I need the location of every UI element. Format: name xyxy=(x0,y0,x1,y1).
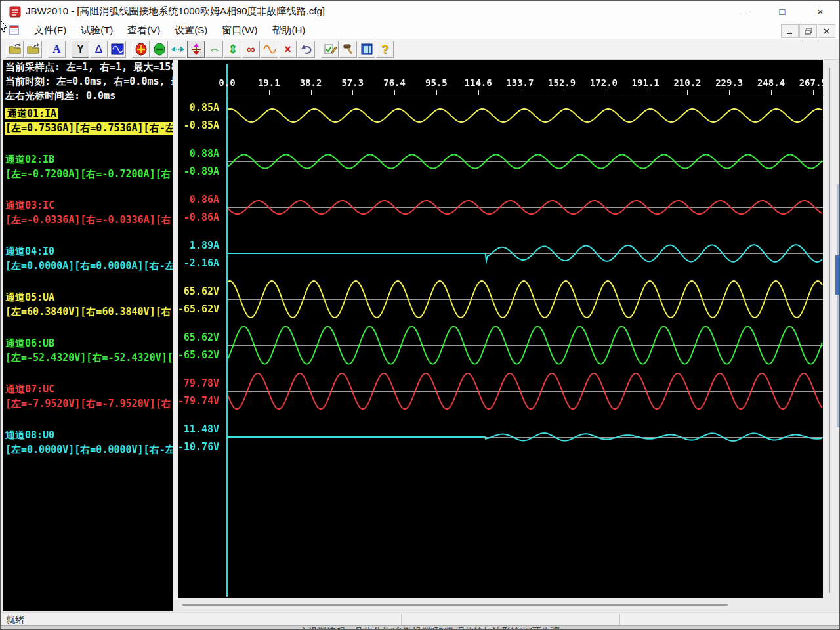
menu-item-5[interactable]: 帮助(H) xyxy=(264,22,312,39)
time-tick-label: 57.3 xyxy=(333,77,372,88)
toolbar-button-edit-params[interactable] xyxy=(321,41,339,58)
minimize-button[interactable]: ─ xyxy=(725,1,763,22)
channel-name-text: 通道02:IB xyxy=(5,154,54,165)
time-tick-label: 229.3 xyxy=(709,77,749,88)
toolbar-button-tools[interactable] xyxy=(339,41,357,58)
waveform-window-icon xyxy=(111,43,124,55)
status-text: 就绪 xyxy=(6,614,24,626)
channel-label-5[interactable]: 通道05:UA xyxy=(5,291,54,304)
time-cursor-line[interactable] xyxy=(226,64,228,597)
toolbar-button-font[interactable]: A xyxy=(48,41,66,58)
channel-min-value-7: -79.74V xyxy=(178,395,219,406)
menu-item-2[interactable]: 查看(V) xyxy=(120,22,167,39)
channel-label-3[interactable]: 通道03:IC xyxy=(5,200,54,213)
font-icon: A xyxy=(52,43,60,54)
channel-cursor-values-2: [左=-0.7200A][右=-0.7200A][右- xyxy=(5,168,173,181)
toolbar-button-expand-vertical[interactable]: ⇕ xyxy=(224,41,242,58)
time-tick-label: 267.5 xyxy=(793,77,823,88)
mouse-cursor-icon xyxy=(1,20,9,36)
window-title: JBW2010 - [高阻消弧线圈接地系统1000欧姆A相90度非故障线路.cf… xyxy=(26,5,325,18)
expand-vertical-icon: ⇕ xyxy=(228,43,238,55)
toolbar-button-zoom-out[interactable] xyxy=(150,41,168,58)
document-icon xyxy=(9,24,20,39)
menu-bar: 文件(F)试验(T)查看(V)设置(S)窗口(W)帮助(H) xyxy=(1,22,839,39)
status-divider xyxy=(620,614,620,625)
help-icon: ? xyxy=(381,43,389,55)
mdi-close-button[interactable] xyxy=(818,24,835,38)
adjust-channel-icon xyxy=(190,43,203,56)
channel-info-panel: 当前采样点: 左=1, 右=1, 最大=15810当前时刻: 左=0.0ms, … xyxy=(3,60,173,611)
vertical-scrollbar[interactable] xyxy=(829,68,830,593)
channel-name-text: 通道06:UB xyxy=(5,337,54,349)
cursor-info-line: 左右光标时间差: 0.0ms xyxy=(5,90,116,103)
mdi-minimize-button[interactable] xyxy=(781,24,799,38)
horizontal-scroll-strip xyxy=(178,598,840,612)
cursor-info-line: 当前时刻: 左=0.0ms, 右=0.0ms, 最大= xyxy=(5,75,173,89)
status-bar: 就绪 xyxy=(1,612,839,626)
overlay-waves-icon: ∞ xyxy=(247,43,255,55)
expand-horizontal-icon: ⇔ xyxy=(209,43,220,55)
cursor-info-line: 当前采样点: 左=1, 右=1, 最大=15810 xyxy=(5,61,173,74)
time-tick-label: 133.7 xyxy=(500,77,539,88)
channel-min-value-5: -65.62V xyxy=(178,303,219,314)
channel-label-8[interactable]: 通道08:U0 xyxy=(5,429,54,442)
toolbar-button-delta-connection[interactable]: Δ xyxy=(90,41,108,58)
toolbar-button-expand-horizontal[interactable]: ⇔ xyxy=(205,41,223,58)
panel-splitter[interactable] xyxy=(173,60,178,612)
background-window-sliver xyxy=(837,184,840,427)
menu-item-0[interactable]: 文件(F) xyxy=(27,22,74,39)
time-tick-label: 191.1 xyxy=(626,77,665,88)
waveform-canvas[interactable] xyxy=(178,60,823,598)
toolbar-button-sine-wave[interactable] xyxy=(261,41,278,58)
mdi-restore-button[interactable] xyxy=(799,24,817,38)
channel-min-value-2: -0.89A xyxy=(178,165,219,176)
channel-name-text: 通道05:UA xyxy=(5,291,54,303)
time-tick-label: 114.6 xyxy=(459,77,498,88)
time-tick-label: 95.5 xyxy=(417,77,456,88)
right-scroll-strip xyxy=(823,60,840,612)
toolbar-button-delete[interactable]: × xyxy=(279,41,297,58)
mdi-controls xyxy=(780,24,835,38)
channel-max-value-6: 65.62V xyxy=(178,331,219,342)
toolbar-button-compress-time[interactable] xyxy=(169,41,186,58)
toolbar-button-open-file[interactable] xyxy=(6,41,24,58)
toolbar-button-report[interactable] xyxy=(358,41,375,58)
channel-name-text: 通道04:I0 xyxy=(5,245,54,257)
background-window-sliver-blue xyxy=(835,255,840,295)
app-icon xyxy=(9,6,21,20)
time-tick-label: 38.2 xyxy=(291,77,331,88)
channel-name-text: 通道03:IC xyxy=(5,200,54,211)
waveform-plot[interactable]: 时间轴(ms): 最大值: 0.019.138.257.376.495.5114… xyxy=(178,60,823,598)
toolbar-button-undo[interactable] xyxy=(297,41,315,58)
channel-label-2[interactable]: 通道02:IB xyxy=(5,154,54,167)
channel-label-4[interactable]: 通道04:I0 xyxy=(5,245,54,259)
menu-item-1[interactable]: 试验(T) xyxy=(74,22,120,39)
toolbar-button-open-file-alt[interactable] xyxy=(24,41,42,58)
open-file-alt-icon xyxy=(26,43,41,55)
toolbar-button-adjust-channel[interactable] xyxy=(187,41,205,58)
channel-max-value-5: 65.62V xyxy=(178,285,219,296)
channel-cursor-values-3: [左=-0.0336A][右=-0.0336A][右- xyxy=(5,214,173,227)
toolbar-button-help[interactable]: ? xyxy=(376,41,394,58)
channel-label-7[interactable]: 通道07:UC xyxy=(5,383,54,396)
toolbar-button-wye-connection[interactable]: Y xyxy=(72,41,89,58)
close-button[interactable]: × xyxy=(801,1,839,22)
channel-label-1[interactable]: 通道01:IA xyxy=(5,108,58,121)
menu-item-4[interactable]: 窗口(W) xyxy=(215,22,264,39)
tools-icon xyxy=(342,43,355,56)
menu-item-3[interactable]: 设置(S) xyxy=(167,22,215,39)
toolbar-button-zoom-in[interactable] xyxy=(132,41,150,58)
channel-max-value-2: 0.88A xyxy=(178,148,219,158)
channel-name-text: 通道08:U0 xyxy=(5,429,54,441)
channel-label-6[interactable]: 通道06:UB xyxy=(5,337,54,350)
maximize-button[interactable]: □ xyxy=(763,1,801,22)
delta-connection-icon: Δ xyxy=(95,43,102,54)
toolbar-button-overlay-waves[interactable]: ∞ xyxy=(242,41,260,58)
channel-max-value-8: 11.48V xyxy=(178,423,219,434)
horizontal-scrollbar[interactable] xyxy=(182,604,728,606)
toolbar-button-waveform-window[interactable] xyxy=(108,41,126,58)
channel-max-value-7: 79.78V xyxy=(178,377,219,388)
channel-cursor-values-6: [左=-52.4320V][右=-52.4320V][ xyxy=(5,352,173,365)
channel-cursor-values-5: [左=60.3840V][右=60.3840V][右- xyxy=(5,306,173,319)
channel-max-value-4: 1.89A xyxy=(178,240,219,250)
